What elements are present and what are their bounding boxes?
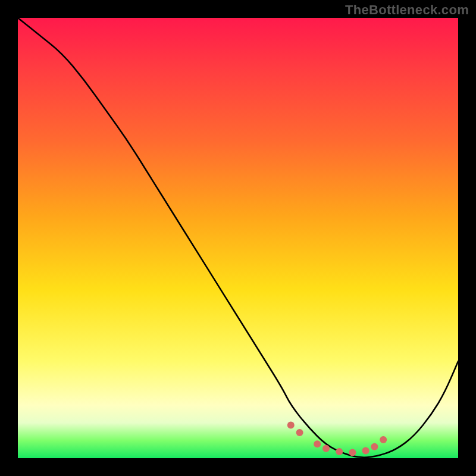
gradient-background xyxy=(18,18,458,458)
watermark-text: TheBottleneck.com xyxy=(345,2,469,18)
plot-area xyxy=(18,18,458,458)
chart-canvas: TheBottleneck.com xyxy=(0,0,476,476)
